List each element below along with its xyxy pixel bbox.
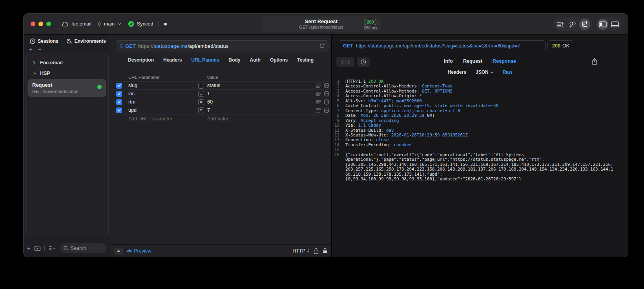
bottom-panel-toggle-icon[interactable] bbox=[609, 19, 620, 30]
sidebar: Sessions Environments + − Foe.email bbox=[24, 35, 110, 257]
align-left-icon[interactable] bbox=[316, 108, 321, 113]
link-sync-icon[interactable] bbox=[567, 19, 578, 30]
param-name[interactable]: inc bbox=[128, 91, 198, 96]
subtab-raw[interactable]: Raw bbox=[503, 69, 513, 75]
tab-request[interactable]: Request bbox=[463, 58, 482, 64]
zoom-window-button[interactable] bbox=[46, 22, 51, 26]
chevron-down-icon[interactable] bbox=[117, 23, 121, 25]
param-checkbox[interactable] bbox=[116, 91, 122, 97]
search-input[interactable]: Search bbox=[60, 243, 107, 253]
sidebar-tab-environments[interactable]: Environments bbox=[66, 38, 106, 44]
response-viewer-pane: GET https://statuspage.me/api/embed/stat… bbox=[332, 35, 628, 257]
new-folder-icon[interactable] bbox=[34, 245, 41, 251]
param-value[interactable]: 1 bbox=[207, 91, 316, 96]
request-tree-panel: Foe.email HSP Request GET /api/embed/sta… bbox=[25, 53, 109, 237]
refresh-icon[interactable] bbox=[319, 43, 325, 49]
tab-testing[interactable]: Testing bbox=[297, 57, 314, 63]
param-row-upd[interactable]: upd = 7 bbox=[110, 106, 331, 115]
sidebar-tab-sessions[interactable]: Sessions bbox=[30, 38, 58, 44]
response-line: [0,99.94,100,99.93,99.98,99.95,100],"upd… bbox=[332, 177, 626, 182]
align-left-icon[interactable] bbox=[316, 100, 321, 104]
method-selector-icon[interactable] bbox=[120, 44, 123, 48]
chevron-right-icon[interactable] bbox=[33, 61, 36, 65]
tab-body[interactable]: Body bbox=[229, 57, 241, 63]
tab-options[interactable]: Options bbox=[270, 57, 288, 63]
line-number: 4 bbox=[332, 94, 342, 98]
param-value[interactable]: 60 bbox=[207, 99, 316, 105]
subtab-json-selector[interactable]: JSON bbox=[476, 69, 493, 75]
request-method[interactable]: GET bbox=[125, 43, 136, 49]
import-export-icon[interactable] bbox=[579, 19, 590, 30]
sort-options-icon[interactable] bbox=[48, 246, 56, 251]
status-code-badge: 200 bbox=[365, 19, 376, 25]
param-checkbox[interactable] bbox=[116, 107, 122, 113]
tab-response[interactable]: Response bbox=[493, 58, 516, 64]
project-name[interactable]: foe.email bbox=[71, 21, 91, 27]
params-header-row: URL Parameter Value bbox=[110, 73, 331, 82]
request-summary-pill[interactable]: Sent Request GET /api/embed/status 200 2… bbox=[262, 16, 381, 32]
titlebar-divider bbox=[159, 21, 159, 27]
close-window-button[interactable] bbox=[31, 22, 35, 26]
add-session-button[interactable]: + bbox=[29, 47, 33, 51]
param-row-inc[interactable]: inc = 1 bbox=[110, 90, 331, 98]
remove-param-icon[interactable] bbox=[324, 91, 329, 96]
chevron-down-icon[interactable] bbox=[33, 72, 36, 75]
tab-auth[interactable]: Auth bbox=[250, 57, 261, 63]
line-number bbox=[332, 167, 342, 172]
toolbar-group-actions bbox=[553, 17, 592, 31]
expand-panel-button[interactable] bbox=[114, 247, 123, 254]
param-checkbox[interactable] bbox=[116, 99, 122, 105]
clock-icon bbox=[30, 38, 35, 44]
sent-request-url[interactable]: GET https://statuspage.me/api/embed/stat… bbox=[339, 40, 546, 51]
sync-status-label[interactable]: Synced bbox=[137, 21, 153, 27]
response-subtabs: Headers JSON Raw bbox=[332, 69, 628, 75]
subtab-headers[interactable]: Headers bbox=[448, 69, 466, 75]
tab-headers[interactable]: Headers bbox=[163, 57, 182, 63]
add-param-value-placeholder[interactable]: Add Value bbox=[207, 116, 230, 122]
request-url-bar[interactable]: GET https://statuspage.me/api/embed/stat… bbox=[116, 40, 328, 51]
remove-session-button[interactable]: − bbox=[38, 47, 42, 51]
param-row-rtm[interactable]: rtm = 60 bbox=[110, 98, 331, 106]
tab-description[interactable]: Description bbox=[128, 57, 154, 63]
align-left-icon[interactable] bbox=[316, 84, 321, 88]
tab-info[interactable]: Info bbox=[444, 58, 453, 64]
tree-group-foe-email[interactable]: Foe.email bbox=[26, 57, 108, 68]
share-icon[interactable] bbox=[314, 248, 319, 254]
param-value[interactable]: 7 bbox=[207, 107, 316, 113]
left-panel-toggle-icon[interactable] bbox=[597, 19, 608, 30]
request-list-send-icon[interactable] bbox=[555, 19, 566, 30]
param-name[interactable]: slug bbox=[128, 83, 198, 88]
new-request-button[interactable]: + bbox=[27, 246, 31, 250]
remove-param-icon[interactable] bbox=[324, 83, 329, 88]
param-row-slug[interactable]: slug = status bbox=[110, 82, 331, 90]
chevron-down-icon bbox=[490, 71, 493, 73]
line-content: Transfer-Encoding: chunked bbox=[342, 143, 412, 147]
request-footer-bar: </> Preview HTTP bbox=[110, 244, 331, 257]
column-header-name: URL Parameter bbox=[128, 75, 198, 80]
branch-name[interactable]: main bbox=[104, 21, 115, 27]
remove-param-icon[interactable] bbox=[324, 99, 329, 105]
line-number bbox=[332, 162, 342, 167]
param-name[interactable]: upd bbox=[128, 107, 198, 113]
protocol-selector[interactable]: HTTP bbox=[292, 248, 310, 254]
preview-button[interactable]: </> Preview bbox=[127, 248, 151, 254]
app-window: foe.email main Synced Sent Request GET /… bbox=[24, 14, 628, 257]
align-left-icon[interactable] bbox=[316, 92, 321, 96]
export-response-icon[interactable] bbox=[592, 58, 597, 65]
add-param-row[interactable]: Add URL Parameter Add Value bbox=[110, 115, 331, 123]
request-summary-title: Sent Request bbox=[299, 18, 343, 25]
request-editor-pane: GET https://statuspage.me/api/embed/stat… bbox=[110, 35, 332, 257]
sidebar-request-item[interactable]: Request GET /api/embed/status bbox=[27, 79, 106, 97]
param-name[interactable]: rtm bbox=[128, 99, 198, 105]
line-number bbox=[332, 177, 342, 182]
tree-group-hsp[interactable]: HSP bbox=[26, 68, 108, 78]
param-checkbox[interactable] bbox=[116, 83, 122, 89]
minimize-window-button[interactable] bbox=[38, 22, 43, 26]
param-value[interactable]: status bbox=[207, 83, 316, 88]
add-param-name-placeholder[interactable]: Add URL Parameter bbox=[128, 116, 207, 122]
line-content: [0,99.94,100,99.93,99.98,99.95,100],"upd… bbox=[342, 177, 522, 182]
request-item-subtitle: GET /api/embed/status bbox=[32, 89, 102, 94]
lock-icon[interactable] bbox=[323, 248, 327, 254]
tab-url-params[interactable]: URL Params bbox=[191, 57, 219, 63]
remove-param-icon[interactable] bbox=[324, 107, 329, 113]
